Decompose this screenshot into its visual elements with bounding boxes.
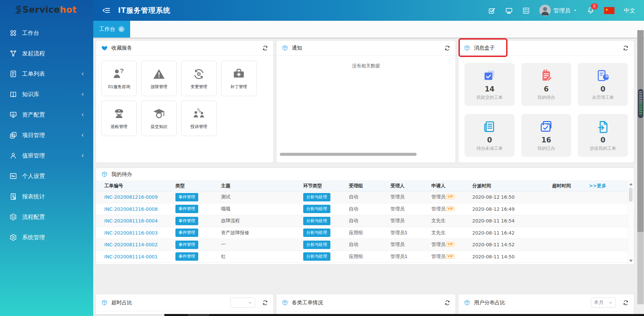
stage-badge: 分析与处理 (303, 229, 330, 237)
message-stat-tile[interactable]: 16 我的已办 (521, 114, 571, 157)
table-row: INC-2020081216-0009 事件管理 测试 分析与处理 自动 管理员… (96, 191, 634, 203)
sidebar-item-report[interactable]: 报表统计 (0, 186, 93, 207)
ticket-id-link[interactable]: INC-2020081116-0004 (104, 218, 158, 224)
patrol-icon (112, 107, 126, 121)
refresh-icon[interactable] (623, 45, 629, 51)
sidebar-item-list[interactable]: 工单列表 (0, 64, 93, 84)
vip-badge: VIP (446, 206, 454, 211)
message-tile-count: 16 (541, 136, 551, 144)
language-switch[interactable]: 中文 (624, 7, 635, 14)
tab-workbench[interactable]: 工作台 (93, 21, 130, 38)
scroll-down-icon[interactable] (629, 260, 633, 262)
sidebar-item-pulse[interactable]: 个人设置 (0, 166, 93, 186)
ticket-id-link[interactable]: INC-2020081114-0001 (104, 254, 158, 259)
favorite-tile-label: 故障管理 (151, 84, 167, 90)
ticket-id-link[interactable]: INC-2020081216-0009 (104, 194, 158, 200)
message-tile-label: 我的已办 (538, 145, 555, 151)
pulse-icon (9, 172, 17, 180)
col-header-ticket-id: 工单编号 (104, 183, 175, 189)
tab-label: 工作台 (99, 26, 115, 33)
message-stat-tile[interactable]: 6 我的待办 (521, 63, 571, 106)
message-stat-tile[interactable]: 0 待办未读工单 (465, 114, 515, 157)
panel-title: 消息盒子 (474, 45, 495, 52)
subject-cell: 故障流程 (221, 218, 303, 224)
message-tiles: 14 我提交的工单 6 我的待办 0 未受理工单 0 待办未读工单 16 我的已… (459, 56, 634, 164)
col-header-stage: 环节类型 (303, 183, 349, 189)
flag-cn-icon[interactable] (604, 7, 614, 14)
favorite-service-tile[interactable]: 故障管理 (141, 61, 177, 96)
sidebar-item-label: 工单列表 (22, 70, 45, 78)
person-icon (9, 152, 17, 160)
sidebar-item-docs[interactable]: 项目管理 (0, 125, 93, 145)
period-select[interactable]: 本月 (591, 298, 616, 308)
chevron-down-icon (608, 301, 613, 305)
sidebar-item-gearflow[interactable]: 流程配置 (0, 207, 93, 227)
message-stat-tile[interactable]: 14 我提交的工单 (465, 63, 515, 106)
refresh-icon[interactable] (262, 45, 268, 51)
sidebar-menu: 工作台 发起流程 工单列表 知识库 资产配置 项目管理 (0, 19, 93, 248)
monitor-cast-icon[interactable] (505, 7, 513, 14)
notepad-icon (539, 68, 554, 84)
panel-head: 超时占比 (96, 294, 273, 311)
heart-icon (101, 45, 108, 52)
report-icon (9, 193, 17, 200)
message-tile-label: 未受理工单 (592, 94, 614, 101)
sidebar-item-label: 值班管理 (22, 152, 45, 160)
assigned-time-cell: 2020-08-11 14:52 (472, 242, 552, 247)
group-cell: 应用组 (349, 254, 390, 260)
panel-head: 消息盒子 (459, 41, 634, 56)
period-select[interactable] (230, 298, 255, 308)
favorite-service-tile[interactable]: 巡检管理 (101, 101, 137, 136)
sidebar-item-grid[interactable]: 工作台 (0, 23, 93, 43)
sidebar-item-label: 资产配置 (22, 111, 45, 119)
taskbar-edge (164, 314, 644, 316)
sidebar-item-book[interactable]: 知识库 (0, 84, 93, 105)
sidebar-item-flow[interactable]: 发起流程 (0, 43, 93, 64)
table-row: INC-2020081114-0001 事件管理 红 分析与处理 应用组 管理员… (96, 251, 634, 263)
favorite-service-tile[interactable]: 变更管理 (181, 61, 217, 96)
panel-title: 通知 (292, 45, 302, 52)
sidebar-item-label: 项目管理 (22, 131, 45, 139)
task-list-icon[interactable] (522, 7, 530, 14)
favorite-service-tile[interactable]: 投诉管理 (181, 101, 217, 136)
scroll-up-icon[interactable] (629, 183, 633, 185)
notifications-bell[interactable]: 5 (587, 6, 595, 14)
panel-head: 通知 (276, 41, 455, 56)
list-icon (9, 70, 17, 78)
sidebar-item-gear[interactable]: 系统管理 (0, 227, 93, 248)
favorite-tiles: ? 01服务咨询 故障管理 变更管理 补丁管理 巡检管理 提交知识 投诉管理 (96, 56, 273, 141)
ticket-id-link[interactable]: INC-2020081216-0008 (104, 206, 158, 212)
approval-check-icon[interactable] (488, 7, 496, 14)
favorite-service-tile[interactable]: 补丁管理 (221, 61, 257, 96)
favorite-service-tile[interactable]: ? 01服务咨询 (101, 61, 137, 96)
page-scrollbar-thumb[interactable] (638, 89, 643, 118)
horizontal-scrollbar-thumb[interactable] (280, 153, 417, 156)
ticket-id-link[interactable]: INC-2020081114-0002 (104, 242, 158, 247)
message-stat-tile[interactable]: 0 未受理工单 (578, 63, 628, 106)
refresh-icon[interactable] (623, 300, 629, 306)
favorite-service-tile[interactable]: 提交知识 (141, 101, 177, 136)
message-stat-tile[interactable]: 0 抄送我的工单 (578, 114, 628, 157)
col-header-overtime: 超时时间 (552, 183, 589, 189)
user-menu[interactable]: 管理员 (539, 5, 577, 16)
sidebar-item-asset[interactable]: 资产配置 (0, 105, 93, 125)
cube-icon (281, 299, 288, 306)
refresh-icon[interactable] (444, 45, 450, 51)
chevron-left-icon (80, 71, 85, 76)
more-link[interactable]: >>更多 (589, 183, 606, 188)
sidebar-item-person[interactable]: 值班管理 (0, 145, 93, 166)
message-tile-count: 0 (600, 85, 605, 93)
handler-cell: 管理员1 (390, 230, 431, 236)
stage-badge: 分析与处理 (303, 217, 330, 225)
tab-bar: 工作台 (93, 21, 644, 39)
refresh-icon[interactable] (262, 300, 268, 306)
sidebar-item-label: 发起流程 (22, 50, 45, 57)
table-scrollbar-thumb[interactable] (629, 188, 633, 202)
avatar[interactable] (539, 5, 551, 16)
type-badge: 事件管理 (175, 241, 198, 249)
refresh-icon[interactable] (444, 300, 450, 306)
collapse-sidebar-icon[interactable] (102, 6, 111, 15)
table-body: INC-2020081216-0009 事件管理 测试 分析与处理 自动 管理员… (96, 191, 634, 263)
tab-close-icon[interactable] (118, 26, 124, 32)
ticket-id-link[interactable]: INC-2020081116-0003 (104, 230, 158, 236)
